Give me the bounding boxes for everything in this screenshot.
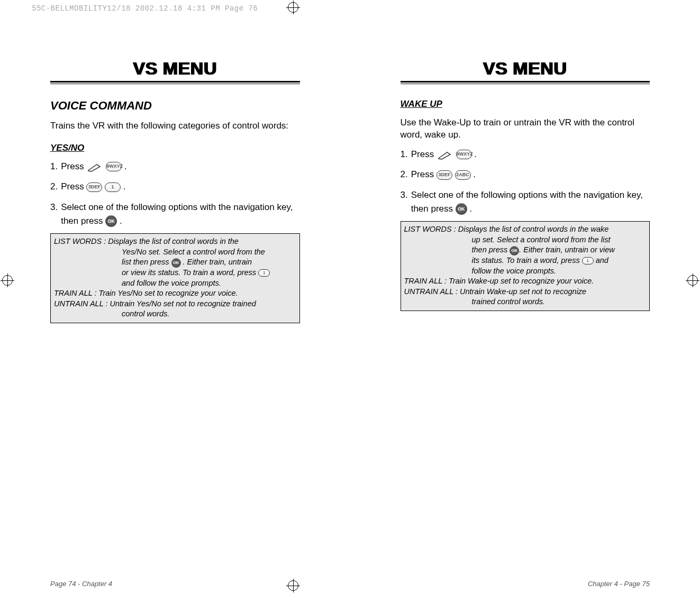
step-text: Press [411, 149, 434, 159]
divider [401, 81, 650, 83]
period: . [124, 161, 127, 171]
subsection-heading: YES/NO [50, 143, 300, 153]
label: LIST WORDS : [404, 225, 456, 233]
period: . [473, 169, 476, 179]
step-text: Press [61, 161, 84, 171]
intro-text: Trains the VR with the following categor… [50, 120, 300, 132]
period: . [474, 149, 477, 159]
page-title: VS MENU [50, 58, 300, 79]
step-number: 1. [401, 148, 408, 161]
text: Displays the list of control words in th… [108, 237, 239, 245]
slug-line: 55C-BELLMOBILITY12/18 2002.12.18 4:31 PM… [32, 4, 258, 13]
step-1: 1. Press 9WXYZ . [50, 160, 300, 174]
keypad-1-icon: 1 [105, 183, 121, 192]
step-1: 1. Press 9WXYZ . [401, 148, 650, 161]
page-footer: Chapter 4 - Page 75 [588, 580, 650, 588]
list-words-row: LIST WORDS : Displays the list of contro… [54, 236, 296, 247]
step-number: 2. [50, 180, 58, 194]
section-heading: VOICE COMMAND [50, 99, 300, 113]
keypad-9-icon: 9WXYZ [106, 162, 122, 171]
text: and [594, 256, 608, 264]
info-box: LIST WORDS : Displays the list of contro… [401, 221, 650, 311]
divider [50, 84, 300, 84]
keypad-3-icon: 3DEF [86, 183, 102, 192]
subsection-heading: WAKE UP [401, 99, 650, 110]
ok-button-icon: OK [510, 246, 519, 256]
step-number: 2. [401, 168, 408, 181]
step-text: Select one of the following options with… [61, 202, 293, 226]
divider [50, 81, 300, 83]
text: up set. Select a control word from the l… [404, 235, 647, 245]
step-number: 1. [50, 160, 58, 174]
text: control words. [54, 309, 296, 320]
text: . Either train, untrain or view [519, 245, 615, 254]
ok-button-icon: OK [171, 258, 181, 268]
keypad-1-icon: 1 [582, 257, 594, 264]
text: Yes/No set. Select a control word from t… [54, 247, 296, 258]
page-footer: Page 74 - Chapter 4 [50, 580, 112, 588]
step-text: Press [411, 169, 434, 179]
step-2: 2. Press 3DEF 2ABC . [401, 168, 650, 181]
untrain-all-row: UNTRAIN ALL : Untrain Wake-up set not to… [404, 287, 647, 297]
page-title: VS MENU [401, 58, 650, 79]
text: or view its status. To train a word, pre… [122, 268, 258, 277]
text: list then press [122, 258, 171, 266]
pencil-icon [87, 162, 102, 171]
text-row: or view its status. To train a word, pre… [54, 268, 296, 278]
step-3: 3. Select one of the following options w… [50, 200, 300, 229]
text: . Either train, untrain [181, 258, 252, 266]
text-row: its status. To train a word, press 1 and [404, 256, 647, 266]
train-all-row: TRAIN ALL : Train Yes/No set to recogniz… [54, 288, 296, 299]
step-2: 2. Press 3DEF 1 . [50, 180, 300, 194]
registration-mark-icon [2, 275, 13, 286]
step-number: 3. [401, 188, 408, 202]
text-row: list then press OK . Either train, untra… [54, 257, 296, 268]
text: trained control words. [404, 297, 647, 307]
page-left: VS MENU VOICE COMMAND Trains the VR with… [50, 58, 300, 561]
keypad-2-icon: 2ABC [455, 170, 471, 180]
pencil-icon [438, 150, 452, 159]
text: then press [472, 245, 510, 254]
step-number: 3. [50, 200, 58, 214]
period: . [123, 181, 126, 191]
registration-mark-icon [288, 580, 298, 591]
step-text: Select one of the following options with… [411, 190, 643, 214]
ok-button-icon: OK [456, 203, 467, 215]
label: LIST WORDS : [54, 237, 106, 245]
text: its status. To train a word, press [472, 256, 582, 264]
untrain-all-row: UNTRAIN ALL : Untrain Yes/No set not to … [54, 299, 296, 309]
intro-text: Use the Wake-Up to train or untrain the … [401, 117, 650, 141]
registration-mark-icon [288, 2, 298, 13]
ok-button-icon: OK [105, 215, 117, 227]
train-all-row: TRAIN ALL : Train Wake-up set to recogni… [404, 276, 647, 287]
step-3: 3. Select one of the following options w… [401, 188, 650, 216]
text: Displays the list of control words in th… [458, 225, 609, 233]
keypad-9-icon: 9WXYZ [456, 150, 472, 159]
text: follow the voice prompts. [404, 266, 647, 277]
page-right: VS MENU WAKE UP Use the Wake-Up to train… [401, 58, 650, 561]
info-box: LIST WORDS : Displays the list of contro… [50, 233, 300, 323]
list-words-row: LIST WORDS : Displays the list of contro… [404, 224, 647, 235]
period: . [120, 216, 122, 226]
period: . [470, 204, 472, 214]
divider [401, 84, 650, 84]
keypad-1-icon: 1 [258, 269, 270, 277]
text: and follow the voice prompts. [54, 278, 296, 289]
text-row: then press OK. Either train, untrain or … [404, 245, 647, 256]
keypad-3-icon: 3DEF [437, 170, 452, 180]
step-text: Press [61, 181, 84, 191]
registration-mark-icon [687, 275, 698, 286]
